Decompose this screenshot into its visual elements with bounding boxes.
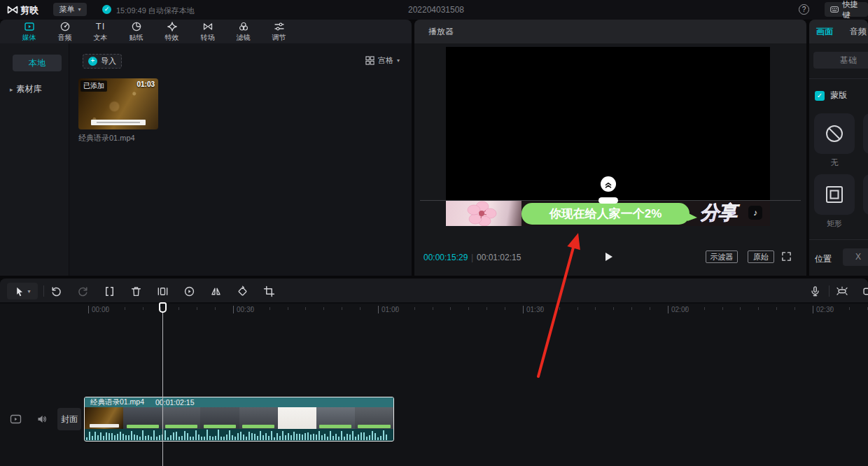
original-quality-button[interactable]: 原始 — [748, 250, 774, 263]
ruler-label: 01:30 — [523, 306, 544, 313]
clip-header: 经典语录01.mp4 00:01:02:15 — [85, 397, 393, 407]
clip-filmstrip — [85, 407, 393, 429]
text-icon: TI — [96, 21, 106, 32]
view-mode-selector[interactable]: 宫格 ▾ — [365, 55, 400, 66]
shortcuts-button[interactable]: 快捷键 — [825, 2, 868, 17]
mirror-button[interactable] — [207, 283, 224, 299]
drag-handle[interactable] — [598, 197, 618, 204]
crop-button[interactable] — [260, 283, 277, 299]
inspector-panel: 画面 音频 基础 ✓ 蒙版 无 矩形 位置 X — [809, 20, 868, 276]
media-clip-filename: 经典语录01.mp4 — [78, 133, 135, 143]
filmstrip-frame — [162, 407, 200, 429]
ruler-label: 02:30 — [813, 306, 834, 313]
video-track-icon[interactable] — [10, 414, 22, 425]
expand-up-button[interactable] — [601, 176, 616, 192]
playhead-handle[interactable] — [159, 302, 167, 313]
record-voiceover-button[interactable] — [806, 283, 823, 299]
mask-option-rectangle[interactable] — [814, 174, 855, 215]
import-button[interactable]: + 导入 — [83, 54, 122, 69]
rotate-button[interactable] — [234, 283, 251, 299]
cherry-blossom-icon — [446, 201, 522, 226]
freeze-frame-button[interactable] — [154, 283, 171, 299]
position-label: 位置 — [815, 253, 832, 265]
ruler-label: 02:00 — [668, 306, 689, 313]
tab-filter[interactable]: 滤镜 — [225, 20, 261, 43]
timeline-ruler[interactable]: 00:00 00:30 01:00 01:30 02:00 02:30 — [0, 304, 868, 316]
ruler-label: 00:30 — [233, 306, 254, 313]
toolbar-clipped-button[interactable] — [860, 283, 868, 299]
tab-effects[interactable]: 特效 — [154, 20, 190, 43]
tab-media[interactable]: 媒体 — [11, 20, 47, 43]
tab-text-label: 文本 — [94, 33, 108, 43]
redo-icon — [77, 285, 89, 297]
split-button[interactable] — [101, 283, 118, 299]
material-library-label: 素材库 — [17, 84, 42, 94]
mask-none-label: 无 — [814, 157, 855, 168]
video-track-row: 封面 经典语录01.mp4 00:01:02:15 — [0, 396, 868, 442]
filmstrip-frame — [316, 407, 355, 429]
tab-text[interactable]: TI 文本 — [83, 20, 118, 43]
play-button[interactable] — [602, 250, 615, 263]
total-time: 00:01:02:15 — [477, 253, 521, 262]
chevron-right-icon: ▸ — [10, 86, 13, 93]
media-clip-thumbnail[interactable]: 已添加 01:03 — [78, 78, 158, 129]
tab-picture[interactable]: 画面 — [816, 26, 833, 38]
help-icon[interactable]: ? — [799, 4, 809, 15]
filmstrip-frame — [123, 407, 162, 429]
app-window: 剪映 菜单 ▾ ✓ 15:09:49 自动保存本地 202204031508 ?… — [0, 0, 868, 466]
timeline-toolbar: ▾ — [0, 278, 868, 304]
mask-label: 蒙版 — [830, 90, 847, 101]
filter-icon — [238, 21, 249, 32]
tab-effects-label: 特效 — [165, 33, 179, 43]
tab-transition[interactable]: 转场 — [190, 20, 225, 43]
undo-button[interactable] — [48, 283, 64, 299]
media-panel: 媒体 音频 TI 文本 贴纸 — [0, 20, 412, 276]
ruler-label: 01:00 — [378, 306, 399, 313]
sidebar-item-material-library[interactable]: ▸素材库 — [10, 83, 42, 95]
tab-sticker[interactable]: 贴纸 — [118, 20, 154, 43]
timeline-clip[interactable]: 经典语录01.mp4 00:01:02:15 — [84, 397, 394, 442]
tab-audio-label: 音频 — [58, 33, 72, 43]
clip-duration: 00:01:02:15 — [155, 398, 194, 407]
tab-audio[interactable]: 音频 — [47, 20, 83, 43]
fullscreen-icon[interactable] — [781, 251, 792, 262]
sidebar-item-local[interactable]: 本地 — [13, 55, 62, 71]
video-frame-strip: 你现在给人家一个2% 分享 ♪ — [446, 201, 770, 226]
delete-button[interactable] — [127, 283, 144, 299]
scope-button[interactable]: 示波器 — [706, 250, 738, 263]
view-mode-label: 宫格 — [378, 55, 393, 66]
audio-icon — [59, 21, 71, 32]
timeline-panel: ▾ — [0, 278, 868, 466]
sub-tab-basic[interactable]: 基础 — [813, 52, 868, 69]
mask-option-partial-2[interactable] — [863, 174, 868, 215]
menu-button[interactable]: 菜单 ▾ — [53, 3, 87, 16]
cover-button[interactable]: 封面 — [57, 408, 81, 430]
tab-adjust[interactable]: 调节 — [261, 20, 297, 43]
track-mute-icon[interactable] — [36, 414, 48, 425]
current-time: 00:00:15:29 — [424, 253, 468, 262]
filmstrip-frame — [278, 407, 316, 429]
tab-media-label: 媒体 — [22, 33, 36, 43]
clip-name: 经典语录01.mp4 — [90, 397, 144, 407]
divider — [809, 78, 868, 79]
grid-view-icon — [365, 56, 374, 65]
position-x-field[interactable]: X — [843, 248, 868, 266]
reverse-button[interactable] — [181, 283, 197, 299]
mask-toggle-row: ✓ 蒙版 — [815, 90, 847, 101]
transition-icon — [202, 21, 214, 32]
select-tool-button[interactable]: ▾ — [7, 283, 38, 299]
player-header: 播放器 — [414, 20, 806, 43]
autosave-status: 15:09:49 自动保存本地 — [116, 6, 195, 16]
keyboard-icon — [830, 6, 839, 13]
mask-option-partial-1[interactable] — [863, 113, 868, 154]
flower-image — [446, 201, 522, 226]
mask-checkbox[interactable]: ✓ — [815, 91, 825, 101]
redo-button[interactable] — [74, 283, 91, 299]
tab-adjust-label: 调节 — [272, 33, 286, 43]
mask-option-none[interactable] — [814, 113, 855, 154]
main-track-magnet-button[interactable] — [834, 283, 850, 299]
divider — [829, 285, 830, 297]
tab-audio-inspector[interactable]: 音频 — [850, 26, 867, 38]
adjust-icon — [274, 21, 285, 32]
circle-slash-icon — [824, 123, 845, 144]
